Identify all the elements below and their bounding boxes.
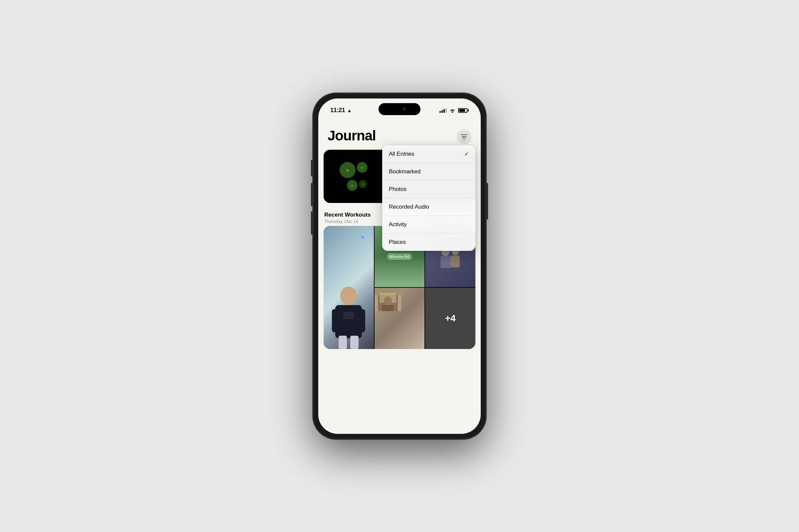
- volume-down-button[interactable]: [311, 211, 313, 234]
- power-button[interactable]: [486, 183, 488, 220]
- camera-icon: [403, 108, 406, 111]
- filter-icon: [461, 134, 467, 135]
- svg-rect-16: [382, 305, 394, 311]
- dynamic-island: [378, 103, 421, 115]
- svg-point-0: [340, 286, 357, 305]
- svg-rect-6: [343, 312, 354, 319]
- dropdown-label-places: Places: [389, 239, 406, 246]
- filter-icon-3: [463, 139, 465, 140]
- location-icon: ▲: [347, 108, 352, 113]
- svg-rect-5: [350, 336, 358, 349]
- battery-icon: [458, 108, 469, 113]
- photo-selfie: [323, 226, 374, 349]
- dropdown-label-photos: Photos: [389, 186, 407, 193]
- workout-visual: » » » »: [323, 150, 384, 203]
- svg-rect-10: [450, 255, 460, 267]
- more-count: +4: [445, 313, 456, 324]
- dropdown-item-recorded-audio[interactable]: Recorded Audio: [382, 198, 476, 216]
- photo-more: +4: [425, 288, 476, 349]
- svg-rect-8: [441, 256, 450, 268]
- checkmark-icon: ✓: [464, 151, 469, 157]
- dropdown-item-photos[interactable]: Photos: [382, 180, 476, 198]
- status-icons: [440, 108, 469, 113]
- app-content: Journal » »: [318, 117, 481, 434]
- signal-icon: [440, 108, 447, 113]
- dropdown-item-all-entries[interactable]: All Entries ✓: [382, 146, 476, 163]
- svg-point-15: [384, 297, 392, 306]
- filter-dropdown[interactable]: All Entries ✓ Bookmarked Photos Recorded…: [382, 146, 476, 251]
- ring-medium: »: [357, 162, 368, 173]
- ring-large: »: [339, 162, 356, 178]
- dropdown-label-bookmarked: Bookmarked: [389, 168, 421, 175]
- dropdown-item-bookmarked[interactable]: Bookmarked: [382, 163, 476, 180]
- filter-icon-2: [462, 136, 466, 137]
- photo-indoor: [374, 288, 425, 349]
- activity-display: » » » »: [339, 162, 368, 191]
- svg-rect-2: [332, 309, 339, 332]
- mission-badge: Mission Rd: [387, 253, 412, 260]
- page-title: Journal: [328, 128, 376, 144]
- svg-rect-3: [358, 309, 365, 332]
- dropdown-label-recorded-audio: Recorded Audio: [389, 204, 429, 210]
- dropdown-label-all-entries: All Entries: [389, 151, 414, 157]
- status-time: 11:21: [330, 107, 345, 114]
- wifi-icon: [449, 108, 456, 113]
- dropdown-item-places[interactable]: Places: [382, 233, 476, 251]
- svg-rect-1: [335, 305, 362, 338]
- filter-button[interactable]: [457, 130, 471, 145]
- phone-frame: 11:21 ▲: [313, 93, 486, 439]
- dropdown-label-activity: Activity: [389, 221, 407, 228]
- ring-small: »: [359, 180, 367, 188]
- ring-medium-2: »: [347, 180, 357, 191]
- volume-up-button[interactable]: [311, 183, 313, 206]
- dropdown-item-activity[interactable]: Activity: [382, 216, 476, 233]
- phone-screen: 11:21 ▲: [318, 98, 481, 434]
- svg-rect-4: [339, 336, 347, 349]
